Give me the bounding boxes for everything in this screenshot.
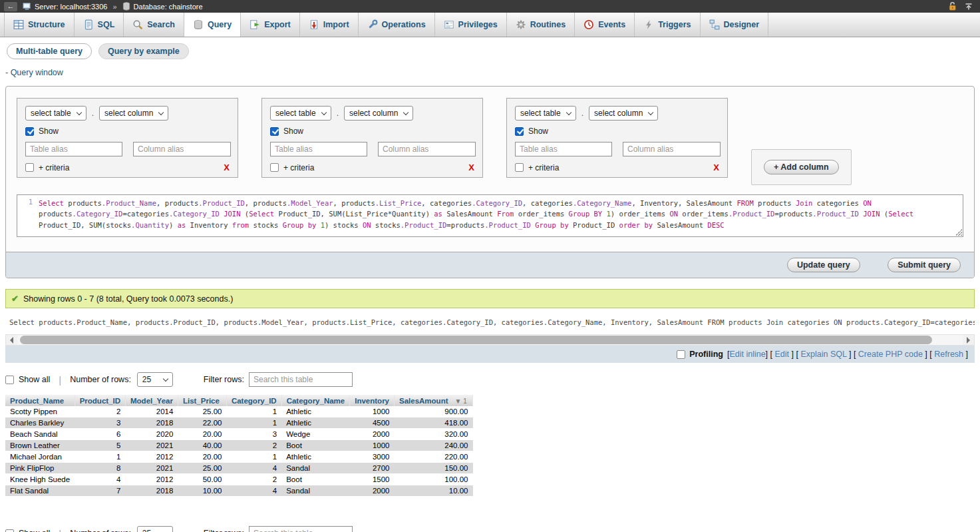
profiling-checkbox[interactable] xyxy=(677,350,685,359)
select-column-value: select column xyxy=(349,109,398,118)
tab-events[interactable]: Events xyxy=(575,13,635,37)
triangle-left-icon xyxy=(10,337,13,344)
tab-query[interactable]: Query xyxy=(184,13,241,37)
routines-icon xyxy=(516,19,526,30)
tab-operations-label: Operations xyxy=(382,20,426,29)
remove-column-button[interactable]: X xyxy=(224,162,230,172)
show-checkbox[interactable] xyxy=(515,127,524,136)
events-icon xyxy=(583,19,594,30)
scroll-left-button[interactable] xyxy=(6,335,17,345)
table-alias-input[interactable] xyxy=(270,142,367,156)
column-header-model-year[interactable]: Model_Year xyxy=(126,395,178,406)
subtab-query-by-example[interactable]: Query by example xyxy=(98,43,189,59)
select-column-value: select column xyxy=(594,109,643,118)
profiling-links: [Edit inline] [ Edit ] [ Explain SQL ] [… xyxy=(727,350,968,359)
show-label: Show xyxy=(39,127,59,136)
breadcrumb-database[interactable]: Database: chainstore xyxy=(134,3,203,11)
remove-column-button[interactable]: X xyxy=(713,162,719,172)
resize-handle-icon[interactable] xyxy=(955,229,962,236)
tab-export[interactable]: Export xyxy=(241,13,300,37)
select-table-dropdown[interactable]: select table xyxy=(25,106,86,121)
show-label: Show xyxy=(283,127,303,136)
tab-triggers[interactable]: Triggers xyxy=(635,13,700,37)
breadcrumb-server[interactable]: Server: localhost:3306 xyxy=(35,3,107,11)
show-all-label: Show all xyxy=(19,375,50,384)
remove-column-button[interactable]: X xyxy=(468,162,474,172)
table-row[interactable]: Charles Barkley3201822.001Athletic450041… xyxy=(5,417,473,429)
table-alias-input[interactable] xyxy=(515,142,612,156)
submit-query-button[interactable]: Submit query xyxy=(888,258,961,272)
table-row[interactable]: Beach Sandal6202020.003Wedge2000320.00 xyxy=(5,429,473,440)
table-row[interactable]: Knee High Suede4201250.002Boot1500100.00 xyxy=(5,474,473,485)
column-alias-input[interactable] xyxy=(623,142,721,156)
page-size-select[interactable]: 25 xyxy=(137,372,173,387)
query-icon xyxy=(193,19,204,30)
action-link-create-php-code[interactable]: Create PHP code xyxy=(858,350,923,359)
add-column-button[interactable]: + Add column xyxy=(764,160,839,174)
column-header-category-name[interactable]: Category_Name xyxy=(281,395,350,406)
show-checkbox[interactable] xyxy=(25,127,34,136)
select-column-dropdown[interactable]: select column xyxy=(99,106,168,121)
criteria-checkbox[interactable] xyxy=(25,163,34,172)
query-window-link[interactable]: - Query window xyxy=(5,68,980,77)
sql-editor-code[interactable]: Select products.Product_Name, products.P… xyxy=(37,195,963,236)
table-row[interactable]: Scotty Pippen2201425.001Athletic1000900.… xyxy=(5,406,473,417)
select-table-value: select table xyxy=(31,109,71,118)
sql-editor[interactable]: 1 Select products.Product_Name, products… xyxy=(17,194,963,237)
column-header-inventory[interactable]: Inventory xyxy=(350,395,395,406)
action-link-edit[interactable]: Edit xyxy=(775,350,790,359)
page-size-value: 25 xyxy=(142,375,151,384)
success-message-text: Showing rows 0 - 7 (8 total, Query took … xyxy=(23,294,233,304)
tab-query-label: Query xyxy=(208,20,232,29)
tab-import[interactable]: Import xyxy=(300,13,359,37)
tab-designer[interactable]: Designer xyxy=(701,13,769,37)
lock-icon[interactable] xyxy=(947,1,957,11)
column-alias-input[interactable] xyxy=(133,142,231,156)
horizontal-scrollbar[interactable] xyxy=(5,334,975,346)
table-row[interactable]: Pink FlipFlop8202125.004Sandal2700150.00 xyxy=(5,463,473,474)
scrollbar-thumb[interactable] xyxy=(20,336,932,344)
select-table-dropdown[interactable]: select table xyxy=(515,106,576,121)
tab-privileges[interactable]: Privileges xyxy=(435,13,507,37)
select-column-dropdown[interactable]: select column xyxy=(344,106,413,121)
tab-routines[interactable]: Routines xyxy=(507,13,575,37)
tab-structure-label: Structure xyxy=(28,20,65,29)
table-alias-input[interactable] xyxy=(25,142,122,156)
table-row[interactable]: Flat Sandal7201810.004Sandal200010.00 xyxy=(5,485,473,497)
back-button[interactable]: ← xyxy=(4,2,17,11)
breadcrumb-separator: » xyxy=(112,3,116,11)
tab-structure[interactable]: Structure xyxy=(4,13,75,37)
show-checkbox[interactable] xyxy=(270,127,279,136)
table-row[interactable]: Brown Leather5202140.002Boot1000240.00 xyxy=(5,440,473,451)
tab-search[interactable]: Search xyxy=(124,13,184,37)
criteria-checkbox[interactable] xyxy=(515,163,524,172)
column-header-salesamount[interactable]: SalesAmount▼ 1 xyxy=(395,395,473,406)
table-row[interactable]: Michael Jordan1201220.001Athletic3000220… xyxy=(5,451,473,463)
select-column-dropdown[interactable]: select column xyxy=(589,106,658,121)
column-header-product-name[interactable]: Product_Name xyxy=(5,395,75,406)
criteria-checkbox[interactable] xyxy=(270,163,279,172)
sql-editor-line-number: 1 xyxy=(17,195,37,236)
column-header-product-id[interactable]: Product_ID xyxy=(75,395,125,406)
update-query-button[interactable]: Update query xyxy=(787,258,860,272)
filter-rows-input[interactable] xyxy=(249,372,353,387)
filter-rows-input[interactable] xyxy=(249,526,353,532)
column-header-list-price[interactable]: List_Price xyxy=(178,395,226,406)
column-alias-input[interactable] xyxy=(378,142,476,156)
scroll-top-icon[interactable] xyxy=(964,2,973,11)
column-header-category-id[interactable]: Category_ID xyxy=(226,395,281,406)
page-size-select[interactable]: 25 xyxy=(137,526,173,532)
scrollbar-track[interactable] xyxy=(17,335,963,345)
tab-operations[interactable]: Operations xyxy=(359,13,435,37)
show-all-checkbox[interactable] xyxy=(5,529,14,532)
show-all-checkbox[interactable] xyxy=(5,376,14,384)
action-link-edit-inline[interactable]: Edit inline xyxy=(729,350,765,359)
scroll-right-button[interactable] xyxy=(963,335,974,345)
chevron-down-icon xyxy=(648,109,653,115)
select-table-dropdown[interactable]: select table xyxy=(270,106,331,121)
action-link-explain-sql[interactable]: Explain SQL xyxy=(800,350,846,359)
subtab-multi-table-query[interactable]: Multi-table query xyxy=(7,43,92,59)
tab-sql[interactable]: SQL xyxy=(75,13,124,37)
operations-icon xyxy=(367,19,378,30)
action-link-refresh[interactable]: Refresh xyxy=(934,350,963,359)
